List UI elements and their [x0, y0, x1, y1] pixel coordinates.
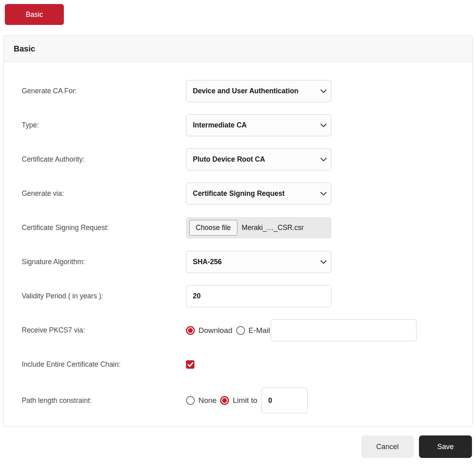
- signature-algorithm-value: SHA-256: [193, 258, 222, 266]
- type-select[interactable]: Intermediate CA: [186, 114, 331, 136]
- chevron-down-icon: [321, 123, 327, 127]
- generate-ca-for-label: Generate CA For:: [22, 87, 186, 95]
- email-input[interactable]: [271, 319, 417, 341]
- signature-algorithm-select[interactable]: SHA-256: [186, 251, 331, 273]
- csr-file-label: Certificate Signing Request:: [22, 224, 186, 232]
- cancel-button[interactable]: Cancel: [361, 435, 414, 458]
- tab-basic[interactable]: Basic: [5, 4, 64, 25]
- choose-file-button[interactable]: Choose file: [189, 220, 237, 236]
- include-chain-checkbox[interactable]: [186, 360, 194, 369]
- certificate-authority-value: Pluto Device Root CA: [193, 155, 265, 164]
- generate-via-label: Generate via:: [22, 189, 186, 198]
- row-certificate-authority: Certificate Authority: Pluto Device Root…: [22, 148, 472, 170]
- row-csr-file: Certificate Signing Request: Choose file…: [22, 217, 472, 239]
- generate-ca-for-select[interactable]: Device and User Authentication: [186, 80, 331, 102]
- certificate-authority-label: Certificate Authority:: [22, 155, 186, 164]
- radio-dot: [222, 398, 227, 403]
- tab-basic-label: Basic: [26, 10, 43, 19]
- receive-pkcs7-label: Receive PKCS7 via:: [22, 326, 186, 335]
- chevron-down-icon: [321, 260, 327, 264]
- validity-period-input[interactable]: [186, 285, 331, 307]
- footer-actions: Cancel Save: [0, 435, 476, 458]
- radio-dot: [188, 328, 193, 333]
- panel-body: Generate CA For: Device and User Authent…: [4, 62, 472, 426]
- row-path-length: Path length constraint: None Limit to: [22, 388, 472, 413]
- path-length-label: Path length constraint:: [22, 396, 186, 405]
- signature-algorithm-label: Signature Algorithm:: [22, 258, 186, 266]
- type-value: Intermediate CA: [193, 121, 247, 129]
- email-radio[interactable]: [236, 326, 245, 335]
- row-include-chain: Include Entire Certificate Chain:: [22, 353, 472, 376]
- save-button[interactable]: Save: [419, 435, 472, 458]
- csr-file-input[interactable]: Choose file Meraki_…_CSR.csr: [186, 217, 331, 238]
- include-chain-label: Include Entire Certificate Chain:: [22, 360, 186, 369]
- none-radio[interactable]: [186, 396, 195, 405]
- limit-to-radio-label[interactable]: Limit to: [233, 396, 257, 405]
- row-validity-period: Validity Period ( in years ):: [22, 285, 472, 307]
- limit-value-input[interactable]: [261, 388, 308, 413]
- type-label: Type:: [22, 121, 186, 129]
- row-generate-via: Generate via: Certificate Signing Reques…: [22, 183, 472, 205]
- receive-pkcs7-radio-group: Download E-Mail: [186, 319, 417, 341]
- chevron-down-icon: [321, 192, 327, 196]
- chevron-down-icon: [321, 158, 327, 162]
- generate-ca-for-value: Device and User Authentication: [193, 87, 298, 95]
- row-type: Type: Intermediate CA: [22, 114, 472, 136]
- validity-period-label: Validity Period ( in years ):: [22, 292, 186, 300]
- none-radio-label[interactable]: None: [198, 396, 217, 405]
- certificate-authority-select[interactable]: Pluto Device Root CA: [186, 148, 331, 170]
- generate-via-value: Certificate Signing Request: [193, 189, 285, 198]
- csr-file-name: Meraki_…_CSR.csr: [242, 224, 304, 232]
- row-generate-ca-for: Generate CA For: Device and User Authent…: [22, 80, 472, 102]
- download-radio-label[interactable]: Download: [198, 326, 233, 335]
- row-receive-pkcs7: Receive PKCS7 via: Download E-Mail: [22, 319, 472, 341]
- panel-header: Basic: [4, 36, 472, 62]
- chevron-down-icon: [321, 89, 327, 93]
- limit-to-radio[interactable]: [220, 396, 229, 405]
- basic-panel: Basic Generate CA For: Device and User A…: [3, 35, 473, 427]
- generate-via-select[interactable]: Certificate Signing Request: [186, 183, 331, 205]
- email-radio-label[interactable]: E-Mail: [249, 326, 270, 335]
- path-length-radio-group: None Limit to: [186, 388, 308, 413]
- check-icon: [188, 362, 193, 367]
- row-signature-algorithm: Signature Algorithm: SHA-256: [22, 251, 472, 273]
- panel-title: Basic: [14, 44, 35, 53]
- download-radio[interactable]: [186, 326, 195, 335]
